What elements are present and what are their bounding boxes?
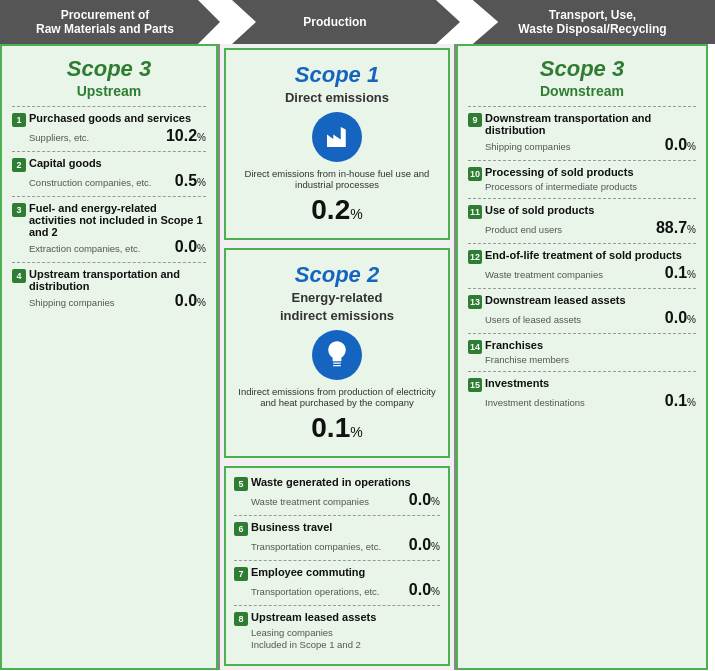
item-title-12: End-of-life treatment of sold products	[485, 249, 696, 261]
main-container: Procurement of Raw Materials and Parts P…	[0, 0, 715, 670]
item-title-15: Investments	[485, 377, 696, 389]
item-sub-4: Shipping companies	[29, 297, 115, 308]
downstream-item-11: 11 Use of sold products Product end user…	[468, 204, 696, 237]
item-value-1: 10.2%	[166, 127, 206, 145]
item-num-12: 12	[468, 250, 482, 264]
scope2-subtitle: Energy-related indirect emissions	[280, 290, 394, 323]
item-num-11: 11	[468, 205, 482, 219]
item-sub-5: Waste treatment companies	[251, 496, 369, 507]
item-value-2: 0.5%	[175, 172, 206, 190]
item-value-13: 0.0%	[665, 309, 696, 327]
upstream-scope-sub: Upstream	[77, 83, 142, 99]
scope1-value: 0.2%	[238, 194, 436, 226]
downstream-item-12: 12 End-of-life treatment of sold product…	[468, 249, 696, 282]
panel-middle-items: 5 Waste generated in operations Waste tr…	[224, 466, 450, 666]
item-sub-3: Extraction companies, etc.	[29, 243, 140, 254]
item-title-1: Purchased goods and services	[29, 112, 206, 124]
item-title-13: Downstream leased assets	[485, 294, 696, 306]
item-title-6: Business travel	[251, 521, 440, 533]
item-value-9: 0.0%	[665, 136, 696, 154]
header-upstream-label: Procurement of Raw Materials and Parts	[36, 8, 174, 36]
item-sub-12: Waste treatment companies	[485, 269, 603, 280]
item-value-3: 0.0%	[175, 238, 206, 256]
panel-scope2: Scope 2 Energy-related indirect emission…	[224, 248, 450, 458]
middle-item-7: 7 Employee commuting Transportation oper…	[234, 566, 440, 599]
item-title-11: Use of sold products	[485, 204, 696, 216]
item-title-9: Downstream transportation and distributi…	[485, 112, 696, 136]
header-production-label: Production	[303, 15, 366, 29]
item-value-5: 0.0%	[409, 491, 440, 509]
header-row: Procurement of Raw Materials and Parts P…	[0, 0, 715, 44]
upstream-scope-title: Scope 3	[67, 56, 151, 81]
item-num-13: 13	[468, 295, 482, 309]
item-sub-9: Shipping companies	[485, 141, 571, 152]
upstream-item-3: 3 Fuel- and energy-related activities no…	[12, 202, 206, 256]
item-num-10: 10	[468, 167, 482, 181]
item-sub-1: Suppliers, etc.	[29, 132, 89, 143]
downstream-item-13: 13 Downstream leased assets Users of lea…	[468, 294, 696, 327]
panel-upstream: Scope 3 Upstream 1 Purchased goods and s…	[0, 44, 218, 670]
header-production: Production	[220, 0, 460, 44]
item-num-1: 1	[12, 113, 26, 127]
item-num-7: 7	[234, 567, 248, 581]
downstream-item-15: 15 Investments Investment destinations 0…	[468, 377, 696, 410]
header-upstream: Procurement of Raw Materials and Parts	[0, 0, 220, 44]
scope2-value: 0.1%	[238, 412, 436, 444]
panel-scope1: Scope 1 Direct emissions Direct emission…	[224, 48, 450, 240]
item-sub-13: Users of leased assets	[485, 314, 581, 325]
header-downstream: Transport, Use, Waste Disposal/Recycling	[460, 0, 715, 44]
svg-rect-1	[336, 140, 339, 144]
item-num-14: 14	[468, 340, 482, 354]
scope1-subtitle: Direct emissions	[285, 90, 389, 105]
item-num-2: 2	[12, 158, 26, 172]
item-num-15: 15	[468, 378, 482, 392]
scope2-desc: Indirect emissions from production of el…	[238, 386, 436, 408]
factory-icon	[322, 122, 352, 152]
scope1-icon	[312, 112, 362, 162]
item-sub-6: Transportation companies, etc.	[251, 541, 381, 552]
svg-rect-2	[342, 140, 345, 144]
item-sub-7: Transportation operations, etc.	[251, 586, 380, 597]
item-num-6: 6	[234, 522, 248, 536]
downstream-scope-title: Scope 3	[540, 56, 624, 81]
item-sub-2: Construction companies, etc.	[29, 177, 152, 188]
item-title-10: Processing of sold products	[485, 166, 696, 178]
lightbulb-icon	[322, 340, 352, 370]
downstream-item-10: 10 Processing of sold products Processor…	[468, 166, 696, 192]
header-downstream-label: Transport, Use, Waste Disposal/Recycling	[518, 8, 666, 36]
upstream-item-1: 1 Purchased goods and services Suppliers…	[12, 112, 206, 145]
item-value-text-8: Included in Scope 1 and 2	[251, 639, 361, 650]
scope2-icon	[312, 330, 362, 380]
item-title-4: Upstream transportation and distribution	[29, 268, 206, 292]
scope2-title: Scope 2	[295, 262, 379, 287]
item-sub-8: Leasing companies	[251, 627, 333, 638]
item-num-8: 8	[234, 612, 248, 626]
item-value-4: 0.0%	[175, 292, 206, 310]
item-title-2: Capital goods	[29, 157, 206, 169]
downstream-scope-sub: Downstream	[540, 83, 624, 99]
item-title-5: Waste generated in operations	[251, 476, 440, 488]
scope1-title: Scope 1	[295, 62, 379, 87]
item-sub-15: Investment destinations	[485, 397, 585, 408]
item-value-15: 0.1%	[665, 392, 696, 410]
middle-item-8: 8 Upstream leased assets Leasing compani…	[234, 611, 440, 650]
middle-item-5: 5 Waste generated in operations Waste tr…	[234, 476, 440, 509]
item-num-5: 5	[234, 477, 248, 491]
upstream-item-2: 2 Capital goods Construction companies, …	[12, 157, 206, 190]
panel-middle: Scope 1 Direct emissions Direct emission…	[218, 44, 456, 670]
downstream-item-14: 14 Franchises Franchise members	[468, 339, 696, 365]
content-area: Scope 3 Upstream 1 Purchased goods and s…	[0, 44, 715, 670]
svg-rect-0	[330, 140, 333, 144]
item-num-3: 3	[12, 203, 26, 217]
item-sub-14: Franchise members	[485, 354, 569, 365]
scope1-desc: Direct emissions from in-house fuel use …	[238, 168, 436, 190]
item-title-8: Upstream leased assets	[251, 611, 440, 623]
item-value-6: 0.0%	[409, 536, 440, 554]
item-num-4: 4	[12, 269, 26, 283]
item-value-12: 0.1%	[665, 264, 696, 282]
item-sub-11: Product end users	[485, 224, 562, 235]
item-title-3: Fuel- and energy-related activities not …	[29, 202, 206, 238]
item-num-9: 9	[468, 113, 482, 127]
panel-downstream: Scope 3 Downstream 9 Downstream transpor…	[456, 44, 708, 670]
item-sub-10: Processors of intermediate products	[485, 181, 637, 192]
